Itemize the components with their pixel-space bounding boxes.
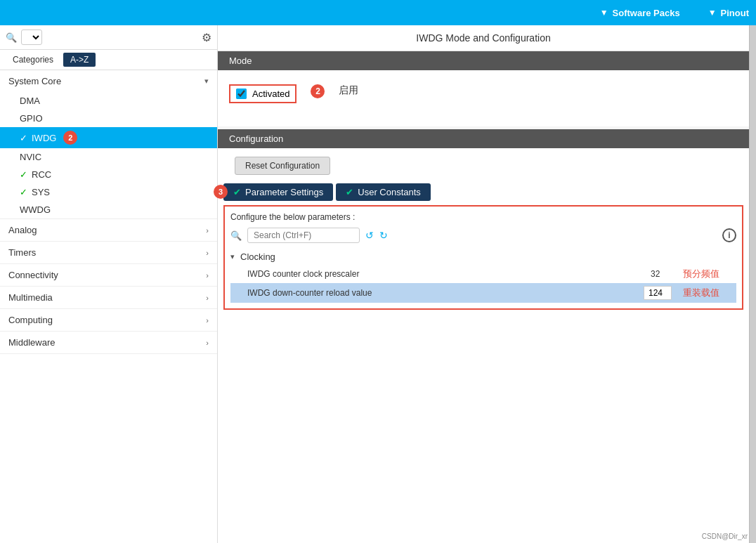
- section-computing-header[interactable]: Computing ›: [0, 309, 217, 331]
- content-area: IWDG Mode and Configuration Mode Activat…: [218, 25, 749, 543]
- reset-configuration-button[interactable]: Reset Configuration: [235, 157, 330, 175]
- param-row-reload: IWDG down-counter reload value 重装载值: [230, 283, 736, 303]
- tab-user-constants[interactable]: ✔ User Constants: [336, 183, 431, 201]
- dma-label: DMA: [20, 96, 40, 106]
- section-analog-label: Analog: [8, 225, 37, 235]
- pinout-menu[interactable]: ▼ Pinout: [708, 8, 749, 18]
- rcc-label: RCC: [32, 169, 51, 180]
- category-tabs: Categories A->Z: [0, 50, 217, 70]
- section-analog-header[interactable]: Analog ›: [0, 219, 217, 241]
- content-title: IWDG Mode and Configuration: [218, 25, 749, 51]
- watermark: CSDN@Dir_xr: [702, 532, 748, 540]
- tab-parameter-settings[interactable]: ✔ Parameter Settings: [223, 183, 333, 201]
- param2-value-input[interactable]: [644, 286, 672, 300]
- section-connectivity-label: Connectivity: [8, 270, 58, 280]
- section-system-core: System Core ▾ DMA GPIO ✓ IWDG 2 NVIC: [0, 70, 217, 219]
- sidebar-item-wwdg[interactable]: WWDG: [0, 201, 217, 218]
- params-search-input[interactable]: [247, 228, 360, 243]
- param1-value: 32: [651, 269, 672, 279]
- multimedia-chevron: ›: [206, 294, 209, 302]
- sidebar-item-sys[interactable]: ✓ SYS: [0, 183, 217, 201]
- param1-name: IWDG counter clock prescaler: [247, 269, 645, 279]
- info-icon[interactable]: i: [722, 228, 736, 242]
- tab-az[interactable]: A->Z: [63, 53, 96, 67]
- sys-check-icon: ✓: [20, 187, 27, 197]
- tab-categories[interactable]: Categories: [6, 53, 60, 67]
- params-next-icon[interactable]: ↻: [379, 230, 388, 241]
- sidebar: 🔍 ⚙ Categories A->Z System Core ▾ DM: [0, 25, 218, 543]
- section-timers-header[interactable]: Timers ›: [0, 242, 217, 263]
- param-tab-label: Parameter Settings: [245, 187, 323, 197]
- section-analog: Analog ›: [0, 219, 217, 242]
- iwdg-check-icon: ✓: [20, 133, 27, 143]
- param1-chinese: 预分频值: [683, 268, 719, 280]
- user-tab-check-icon: ✔: [346, 187, 353, 197]
- section-system-core-label: System Core: [8, 76, 61, 86]
- software-packs-label: Software Packs: [613, 8, 680, 18]
- sidebar-item-nvic[interactable]: NVIC: [0, 148, 217, 166]
- section-multimedia-header[interactable]: Multimedia ›: [0, 287, 217, 308]
- params-header: Configure the below parameters :: [230, 212, 736, 222]
- section-computing-label: Computing: [8, 315, 53, 325]
- sidebar-item-iwdg[interactable]: ✓ IWDG 2: [0, 127, 217, 148]
- middleware-chevron: ›: [206, 339, 209, 347]
- rcc-check-icon: ✓: [20, 169, 27, 180]
- section-middleware: Middleware ›: [0, 332, 217, 354]
- pinout-chevron: ▼: [708, 8, 717, 18]
- params-search-row: 🔍 ↺ ↻ i: [230, 228, 736, 243]
- sys-label: SYS: [32, 187, 50, 197]
- param-row-prescaler: IWDG counter clock prescaler 32 预分频值: [230, 265, 736, 283]
- analog-chevron: ›: [206, 226, 209, 235]
- badge-2: 2: [311, 84, 325, 98]
- section-multimedia: Multimedia ›: [0, 287, 217, 309]
- software-packs-menu[interactable]: ▼ Software Packs: [600, 8, 680, 18]
- wwdg-label: WWDG: [20, 204, 51, 215]
- mode-section: Mode Activated 2 启用: [218, 51, 749, 126]
- section-connectivity: Connectivity ›: [0, 264, 217, 287]
- user-tab-label: User Constants: [358, 187, 421, 197]
- sidebar-item-rcc[interactable]: ✓ RCC: [0, 166, 217, 183]
- params-prev-icon[interactable]: ↺: [365, 230, 374, 241]
- activated-label: Activated: [252, 89, 289, 99]
- config-section: Configuration Reset Configuration 3 ✔ Pa…: [218, 129, 749, 543]
- nvic-label: NVIC: [20, 152, 41, 162]
- section-system-core-chevron: ▾: [204, 77, 209, 86]
- mode-section-header: Mode: [218, 51, 749, 70]
- clocking-row: ▾ Clocking: [230, 249, 736, 265]
- mode-content: Activated 2 启用: [218, 70, 749, 126]
- gpio-label: GPIO: [20, 113, 43, 124]
- section-timers: Timers ›: [0, 242, 217, 264]
- sidebar-item-dma[interactable]: DMA: [0, 92, 217, 110]
- param2-name: IWDG down-counter reload value: [247, 288, 638, 298]
- computing-chevron: ›: [206, 316, 209, 325]
- sidebar-item-gpio[interactable]: GPIO: [0, 110, 217, 127]
- top-bar: ▼ Software Packs ▼ Pinout: [0, 0, 756, 25]
- section-middleware-header[interactable]: Middleware ›: [0, 332, 217, 353]
- search-icon: 🔍: [6, 32, 17, 43]
- section-middleware-label: Middleware: [8, 337, 55, 348]
- timers-chevron: ›: [206, 249, 209, 257]
- param-tab-check-icon: ✔: [233, 187, 241, 197]
- parameters-area: Configure the below parameters : 🔍 ↺ ↻ i…: [223, 205, 743, 310]
- search-row: 🔍 ⚙: [0, 25, 217, 50]
- scroll-strip[interactable]: [749, 25, 756, 543]
- clocking-chevron-icon: ▾: [230, 252, 235, 261]
- section-system-core-header[interactable]: System Core ▾: [0, 70, 217, 92]
- connectivity-chevron: ›: [206, 271, 209, 280]
- section-connectivity-header[interactable]: Connectivity ›: [0, 264, 217, 286]
- gear-icon[interactable]: ⚙: [202, 31, 211, 44]
- activated-checkbox-group: Activated: [229, 84, 296, 103]
- iwdg-badge: 2: [63, 131, 77, 145]
- section-computing: Computing ›: [0, 309, 217, 332]
- config-section-header: Configuration: [218, 129, 749, 148]
- activated-checkbox[interactable]: [236, 89, 247, 99]
- search-dropdown[interactable]: [21, 30, 42, 45]
- section-timers-label: Timers: [8, 247, 36, 258]
- activated-chinese: 启用: [339, 84, 358, 97]
- pinout-label: Pinout: [721, 8, 749, 18]
- section-multimedia-label: Multimedia: [8, 292, 53, 303]
- iwdg-label: IWDG: [32, 133, 56, 143]
- software-packs-chevron: ▼: [600, 8, 608, 18]
- param2-chinese: 重装载值: [683, 287, 719, 299]
- badge-3: 3: [214, 185, 228, 199]
